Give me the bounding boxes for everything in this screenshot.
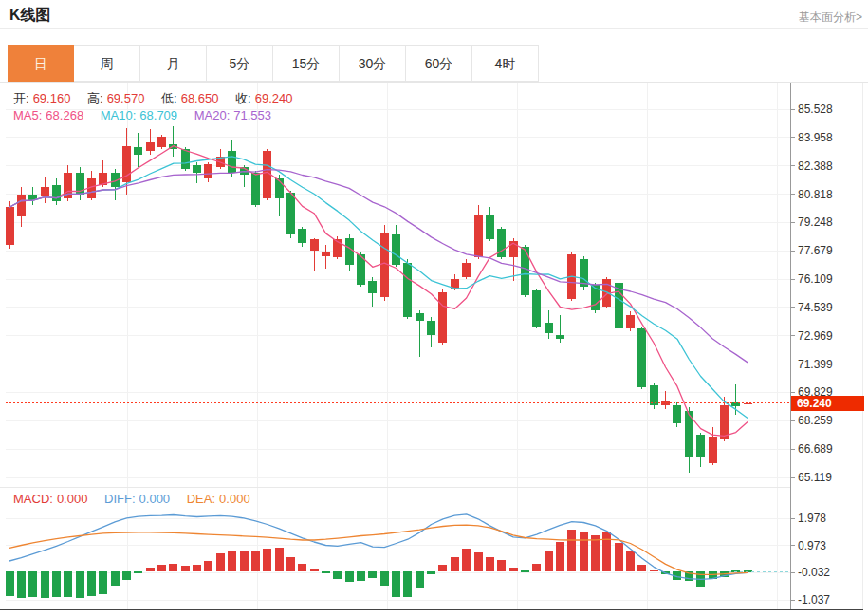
- fundamental-analysis-link[interactable]: 基本面分析>: [799, 9, 862, 26]
- close-value: 69.240: [255, 91, 293, 105]
- ma20-line: [9, 170, 748, 363]
- period-tab-4[interactable]: 15分: [273, 45, 340, 82]
- y-axis-label: 80.818: [798, 188, 833, 201]
- dea-line: [9, 525, 748, 574]
- dea-label: DEA:: [187, 492, 215, 506]
- y-axis-label: 66.689: [798, 442, 833, 456]
- period-tabbar: 日周月5分15分30分60分4时: [0, 45, 868, 83]
- period-tabs: 日周月5分15分30分60分4时: [8, 45, 868, 82]
- open-label: 开:: [13, 91, 29, 105]
- period-tab-1[interactable]: 周: [74, 45, 140, 82]
- macd-readout: MACD:0.000 DIFF:0.000 DEA:0.000: [13, 492, 254, 506]
- y-axis-label: -1.037: [798, 593, 830, 607]
- ma10-value: 68.709: [139, 108, 177, 122]
- y-axis-label: 85.528: [798, 103, 833, 116]
- y-axis-label: 82.388: [798, 159, 833, 173]
- ma10-line: [9, 157, 748, 419]
- y-axis-label: 74.539: [798, 301, 833, 314]
- y-axis-label: 83.958: [798, 131, 833, 144]
- diff-label: DIFF:: [104, 492, 136, 506]
- period-tab-3[interactable]: 5分: [207, 45, 273, 82]
- period-tab-7[interactable]: 4时: [472, 45, 539, 82]
- ma5-label: MA5:: [13, 108, 42, 122]
- high-value: 69.570: [107, 91, 145, 105]
- period-tab-5[interactable]: 30分: [340, 45, 406, 82]
- ohlc-readout: 开:69.160 高:69.570 低:68.650 收:69.240: [13, 90, 296, 107]
- y-axis-label: 0.973: [798, 539, 826, 552]
- y-axis-label: 65.119: [798, 471, 832, 484]
- ma5-value: 68.268: [46, 108, 83, 122]
- y-axis-label: 69.829: [798, 385, 833, 399]
- y-axis-label: 79.248: [798, 215, 833, 229]
- period-tab-6[interactable]: 60分: [406, 45, 472, 82]
- dea-value: 0.000: [219, 492, 250, 506]
- low-value: 68.650: [181, 91, 219, 105]
- period-tab-0[interactable]: 日: [8, 45, 74, 82]
- y-axis-label: 76.109: [798, 272, 833, 286]
- y-axis-label: 71.399: [798, 358, 833, 371]
- y-axis-label: 72.969: [798, 329, 833, 343]
- low-label: 低:: [161, 91, 177, 105]
- ma-readout: MA5:68.268 MA10:68.709 MA20:71.553: [13, 108, 275, 122]
- y-axis-label: -0.032: [798, 566, 830, 579]
- ma10-label: MA10:: [101, 108, 137, 122]
- ma20-label: MA20:: [194, 108, 231, 122]
- open-value: 69.160: [33, 91, 71, 105]
- y-axis-label: 1.978: [798, 512, 826, 525]
- macd-label: MACD:: [13, 492, 53, 506]
- y-axis-label: 77.679: [798, 244, 833, 257]
- macd-value: 0.000: [57, 492, 88, 506]
- y-axis-label: 68.259: [798, 414, 833, 427]
- period-tab-2[interactable]: 月: [140, 45, 207, 82]
- close-label: 收:: [235, 91, 251, 105]
- page-title: K线图: [9, 6, 51, 26]
- header-divider: [0, 28, 868, 29]
- diff-value: 0.000: [139, 492, 171, 506]
- ma20-value: 71.553: [233, 108, 271, 122]
- high-label: 高:: [87, 91, 103, 105]
